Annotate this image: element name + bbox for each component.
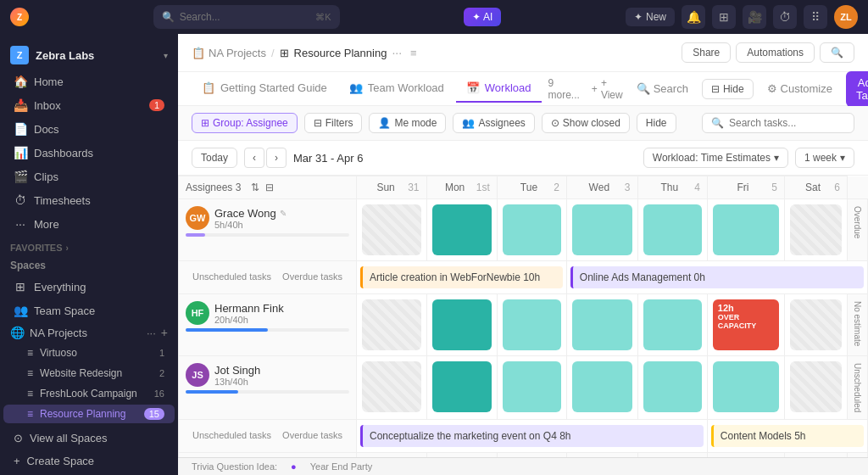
grace-mon-block [432,204,492,255]
list-icon-freshlook: ≡ [27,388,33,400]
task-search[interactable]: 🔍 [702,113,854,133]
task-conceptualize-label: Conceptualize the marketing event on Q4 … [370,430,570,442]
grid-icon[interactable]: ⠿ [804,5,827,29]
sidebar-project-freshlook[interactable]: ≡ FreshLook Campaign 16 [3,384,175,403]
na-projects-nav[interactable]: 🌐 NA Projects ··· + [0,322,178,343]
calendar-nav: ‹ › [244,148,287,168]
hermann-mon [426,294,497,356]
grace-progress-fill [186,233,205,237]
add-task-button[interactable]: Add Task [846,71,868,107]
sidebar-item-home[interactable]: 🏠 Home [3,70,175,92]
breadcrumb-parent-icon: 📋 [192,47,205,59]
sidebar-project-virtuoso[interactable]: ≡ Virtuoso 1 [3,344,175,362]
unassigned-row: Unassigned 0h 0h 0h 0h 0h 0h 0h [179,453,868,457]
sidebar-project-website-redesign[interactable]: ≡ Website Redesign 2 [3,364,175,383]
assignees-button[interactable]: 👥 Assignees [453,113,534,133]
search-bar[interactable]: 🔍 ⌘K [153,5,340,29]
group-filter-label: Group: Assignee [213,117,288,129]
grace-edit-icon[interactable]: ✎ [280,209,287,218]
ai-button[interactable]: ✦ AI [464,8,501,26]
task-search-input[interactable] [729,117,856,129]
sidebar-view-all-spaces[interactable]: ⊙ View all Spaces [3,428,175,449]
sidebar-item-team-space[interactable]: 👥 Team Space [3,299,175,321]
task-article-creation[interactable]: Article creation in WebForNewbie 10h [360,266,563,288]
automations-button[interactable]: Automations [736,42,815,63]
sidebar-project-resource-planning[interactable]: ≡ Resource Planning 15 [3,405,175,423]
grace-sun-block [362,204,421,255]
share-button[interactable]: Share [682,42,731,63]
collapse-icon[interactable]: ⊟ [265,182,274,193]
sidebar-item-clips[interactable]: 🎬 Clips [3,165,175,187]
sidebar: Z Zebra Labs ▾ 🏠 Home 📥 Inbox 1 📄 Docs 📊… [0,34,178,475]
tab-workload[interactable]: 📅 Workload [456,75,542,103]
search-input[interactable] [180,11,311,23]
workspace-selector[interactable]: Z Zebra Labs ▾ [0,41,178,70]
hermann-fri: 12h OVER CAPACITY [707,294,784,356]
task-content-models[interactable]: Content Models 5h [711,425,864,447]
grace-info: Grace Wong ✎ 5h/40h [214,207,287,230]
me-mode-button[interactable]: 👤 Me mode [369,113,446,133]
hide-filter-button[interactable]: Hide [637,113,676,133]
tab-hide-button[interactable]: ⊟ Hide [702,79,754,99]
grace-mon [426,199,497,261]
sidebar-item-timesheets[interactable]: ⏱ Timesheets [3,189,175,211]
breadcrumb: 📋 NA Projects / ⊞ Resource Planning ··· … [178,34,868,72]
assignees-label: Assignees [478,117,525,129]
breadcrumb-layout-icon[interactable]: ≡ [410,47,417,59]
sidebar-item-inbox[interactable]: 📥 Inbox 1 [3,94,175,116]
sidebar-item-everything[interactable]: ⊞ Everything [3,276,175,298]
task-online-ads[interactable]: Online Ads Management 0h [570,266,864,288]
sidebar-item-more[interactable]: ··· More [3,213,175,235]
new-button[interactable]: ✦ New [626,8,675,26]
sidebar-item-docs[interactable]: 📄 Docs [3,118,175,140]
tab-team-workload[interactable]: 👥 Team Workload [339,75,454,103]
show-closed-button[interactable]: ⊙ Show closed [542,113,630,133]
hermann-avatar: HF [186,301,209,325]
tab-add-view[interactable]: + + View [587,70,628,108]
day-header-tue: Tue 2 [497,176,566,199]
day-header-sat: Sat 6 [784,176,847,199]
workspace-chevron: ▾ [164,51,168,60]
tab-customize-button[interactable]: ⚙ Customize [760,79,839,98]
next-week-button[interactable]: › [266,148,287,168]
grace-avatar: GW [186,206,209,230]
task-conceptualize[interactable]: Conceptualize the marketing event on Q4 … [360,425,704,447]
group-filter-button[interactable]: ⊞ Group: Assignee [192,113,298,133]
workload-type-button[interactable]: Workload: Time Estimates ▾ [643,148,788,168]
more-icon: ··· [14,217,27,231]
user-avatar[interactable]: ZL [834,5,858,29]
today-button[interactable]: Today [192,148,237,168]
grace-sat-block [790,204,842,255]
virtuoso-label: Virtuoso [40,347,77,359]
breadcrumb-dots[interactable]: ··· [392,46,402,59]
video-icon[interactable]: 🎥 [743,5,766,29]
home-icon: 🏠 [14,75,27,88]
tab-more[interactable]: 9 more... [543,70,585,108]
tab-search-button[interactable]: 🔍 Search [630,79,695,98]
timer-icon[interactable]: ⏱ [773,5,797,29]
bell-icon[interactable]: 🔔 [682,5,705,29]
sidebar-create-space[interactable]: + Create Space [3,450,175,472]
jot-fri [707,356,784,420]
na-projects-add[interactable]: + [161,326,168,339]
tab-add-label: + View [601,77,623,101]
day-header-mon: Mon 1st [426,176,497,199]
search-breadcrumb-button[interactable]: 🔍 [820,42,854,63]
breadcrumb-parent[interactable]: 📋 NA Projects [192,47,266,59]
jot-name: Jot Singh [214,364,260,377]
sidebar-item-dashboards[interactable]: 📊 Dashboards [3,142,175,164]
workload-chevron: ▾ [774,152,779,164]
layout-icon[interactable]: ⊞ [712,5,736,29]
topbar-actions: ✦ New 🔔 ⊞ 🎥 ⏱ ⠿ ZL [626,5,858,29]
favorites-section[interactable]: Favorites › [0,236,178,256]
grace-side: Overdue [847,199,867,261]
day-header-wed: Wed 3 [566,176,637,199]
tab-getting-started[interactable]: 📋 Getting Started Guide [192,75,337,103]
sort-icon[interactable]: ⇅ [251,182,259,193]
sat-num: 6 [834,182,840,193]
na-projects-dots[interactable]: ··· [147,327,156,339]
week-selector-button[interactable]: 1 week ▾ [795,148,854,168]
docs-icon: 📄 [14,122,27,136]
prev-week-button[interactable]: ‹ [244,148,264,168]
filters-button[interactable]: ⊟ Filters [304,113,363,133]
